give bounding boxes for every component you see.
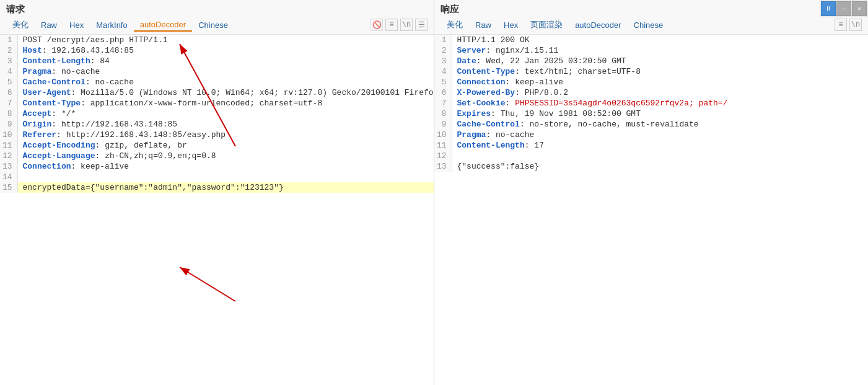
tab-autodecoder-res[interactable]: autoDecoder <box>569 19 627 31</box>
header-key: Accept-Language <box>23 151 95 161</box>
line-content: X-Powered-By: PHP/8.0.2 <box>452 87 868 98</box>
line-content: Host: 192.168.43.148:85 <box>17 45 434 56</box>
request-code-table: 1POST /encrypt/aes.php HTTP/1.12Host: 19… <box>0 35 434 193</box>
line-number: 8 <box>0 108 17 119</box>
line-content: encryptedData={"username":"admin","passw… <box>17 182 434 193</box>
res-newline-icon[interactable]: \n <box>849 19 862 31</box>
tab-hex-req[interactable]: Hex <box>63 19 90 31</box>
header-val: : 192.168.43.148:85 <box>42 46 134 55</box>
table-row: 11Accept-Encoding: gzip, deflate, br <box>0 140 434 151</box>
table-row: 5Connection: keep-alive <box>434 77 868 87</box>
line-number: 10 <box>0 130 17 140</box>
tab-render-res[interactable]: 页面渲染 <box>524 18 569 32</box>
line-number: 14 <box>0 172 17 182</box>
tab-chinese-req[interactable]: Chinese <box>192 19 234 31</box>
header-key: Cache-Control <box>457 120 520 129</box>
line-number: 12 <box>0 151 17 161</box>
tab-raw-req[interactable]: Raw <box>35 19 63 31</box>
table-row: 4Pragma: no-cache <box>0 66 434 77</box>
header-val: : zh-CN,zh;q=0.9,en;q=0.8 <box>95 151 216 161</box>
header-val: : http://192.168.43.148:85/easy.php <box>56 130 226 139</box>
line-number: 13 <box>434 161 452 172</box>
colon: : <box>515 67 520 76</box>
line-number: 13 <box>0 161 17 172</box>
header-val: : no-cache <box>85 77 134 87</box>
tab-chinese-res[interactable]: Chinese <box>628 19 670 31</box>
line-content: Content-Type: application/x-www-form-url… <box>17 98 434 108</box>
header-key: Expires <box>457 109 491 118</box>
line-content: Cache-Control: no-store, no-cache, must-… <box>452 119 868 130</box>
res-menu-icon[interactable]: ≡ <box>835 19 847 31</box>
table-row: 2Server: nginx/1.15.11 <box>434 45 868 56</box>
header-key: Content-Type <box>23 99 81 108</box>
response-panel-header: 响应 美化 Raw Hex 页面渲染 autoDecoder Chinese ≡… <box>434 0 868 35</box>
table-row: 7Content-Type: application/x-www-form-ur… <box>0 98 434 108</box>
response-code-table: 1HTTP/1.1 200 OK2Server: nginx/1.15.113D… <box>434 35 868 172</box>
line-content: User-Agent: Mozilla/5.0 (Windows NT 10.0… <box>17 87 434 98</box>
disable-icon[interactable]: 🚫 <box>370 19 383 31</box>
header-key: Content-Length <box>457 141 525 150</box>
line-content: Set-Cookie: PHPSESSID=3s54agdr4o0263qc65… <box>452 98 868 108</box>
header-val: Wed, 22 Jan 2025 03:20:50 GMT <box>481 56 626 66</box>
table-row: 3Content-Length: 84 <box>0 56 434 66</box>
line-content: Expires: Thu, 19 Nov 1981 08:52:00 GMT <box>452 108 868 119</box>
line-number: 6 <box>0 87 17 98</box>
line-number: 4 <box>434 66 452 77</box>
table-row: 15encryptedData={"username":"admin","pas… <box>0 182 434 193</box>
newline-icon[interactable]: \n <box>400 19 413 31</box>
line-content: {"success":false} <box>452 161 868 172</box>
header-val: : */* <box>51 109 76 118</box>
tab-hex-res[interactable]: Hex <box>498 19 524 31</box>
table-row: 10Referer: http://192.168.43.148:85/easy… <box>0 130 434 140</box>
table-row: 11Content-Length: 17 <box>434 140 868 151</box>
header-key: Content-Length <box>23 56 90 66</box>
request-panel-header: 请求 美化 Raw Hex MarkInfo autoDecoder Chine… <box>0 0 434 35</box>
menu-icon[interactable]: ≡ <box>385 19 398 31</box>
line-content: Pragma: no-cache <box>452 130 868 140</box>
colon: : <box>525 141 530 150</box>
header-val: : 84 <box>90 56 110 66</box>
header-key: Pragma <box>23 67 52 76</box>
request-panel: 请求 美化 Raw Hex MarkInfo autoDecoder Chine… <box>0 0 434 385</box>
header-val: Thu, 19 Nov 1981 08:52:00 GMT <box>496 109 641 118</box>
main-container: 请求 美化 Raw Hex MarkInfo autoDecoder Chine… <box>0 0 868 385</box>
tab-autodecoder-req[interactable]: autoDecoder <box>134 19 192 32</box>
line-content: HTTP/1.1 200 OK <box>452 35 868 45</box>
tab-beautify-res[interactable]: 美化 <box>441 18 469 32</box>
line-number: 9 <box>0 119 17 130</box>
close-button[interactable]: ✕ <box>852 1 867 16</box>
table-row: 9Cache-Control: no-store, no-cache, must… <box>434 119 868 130</box>
colon: : <box>491 109 496 118</box>
table-row: 7Set-Cookie: PHPSESSID=3s54agdr4o0263qc6… <box>434 98 868 108</box>
pause-button[interactable]: ⏸ <box>821 1 836 16</box>
request-tab-bar: 美化 Raw Hex MarkInfo autoDecoder Chinese … <box>6 18 427 32</box>
line-content: Content-Length: 84 <box>17 56 434 66</box>
table-row: 12Accept-Language: zh-CN,zh;q=0.9,en;q=0… <box>0 151 434 161</box>
table-row: 5Cache-Control: no-cache <box>0 77 434 87</box>
colon: : <box>476 56 481 66</box>
line-number: 2 <box>0 45 17 56</box>
response-code-area[interactable]: 1HTTP/1.1 200 OK2Server: nginx/1.15.113D… <box>434 35 868 385</box>
colon: : <box>486 46 491 55</box>
line-number: 2 <box>434 45 452 56</box>
line-number: 8 <box>434 108 452 119</box>
response-panel-title: 响应 <box>441 4 862 15</box>
line-number: 11 <box>0 140 17 151</box>
minimize-button[interactable]: — <box>836 1 851 16</box>
line-content: Connection: keep-alive <box>452 77 868 87</box>
tab-beautify-req[interactable]: 美化 <box>6 18 35 32</box>
line-number: 7 <box>0 98 17 108</box>
corner-buttons: ⏸ — ✕ <box>820 0 868 17</box>
header-key: Accept-Encoding <box>23 141 95 150</box>
header-key: Content-Type <box>457 67 515 76</box>
tab-markinfo-req[interactable]: MarkInfo <box>90 19 134 31</box>
more-icon[interactable]: ☰ <box>415 19 427 31</box>
line-content: Pragma: no-cache <box>17 66 434 77</box>
header-key: Connection <box>23 162 71 171</box>
table-row: 8Expires: Thu, 19 Nov 1981 08:52:00 GMT <box>434 108 868 119</box>
line-content: Connection: keep-alive <box>17 161 434 172</box>
tab-raw-res[interactable]: Raw <box>469 19 498 31</box>
request-code-area[interactable]: 1POST /encrypt/aes.php HTTP/1.12Host: 19… <box>0 35 434 385</box>
colon: : <box>515 88 520 97</box>
header-val: : http://192.168.43.148:85 <box>51 120 177 129</box>
